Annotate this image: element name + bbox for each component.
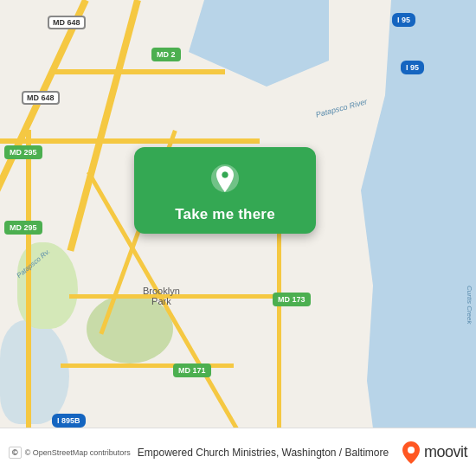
osm-copyright-badge: © — [9, 447, 22, 459]
highway-badge-md173: MD 173 — [273, 293, 311, 306]
highway-badge-i895b: I 895B — [52, 414, 86, 428]
svg-point-2 — [408, 447, 415, 453]
moovit-brand-text: moovit — [424, 443, 467, 461]
highway-badge-md295-2: MD 295 — [4, 221, 42, 235]
svg-point-1 — [222, 172, 228, 178]
moovit-logo: moovit — [402, 441, 467, 464]
road-horizontal-1 — [52, 69, 225, 74]
highway-badge-md648-mid: MD 648 — [22, 91, 60, 105]
highway-badge-md171: MD 171 — [173, 363, 211, 377]
highway-badge-md648-top: MD 648 — [48, 16, 86, 29]
moovit-pin-icon — [402, 441, 421, 464]
action-card-label: Take me there — [175, 206, 275, 223]
road-horizontal-2 — [0, 138, 260, 144]
osm-credit: © OpenStreetMap contributors — [25, 448, 131, 457]
highway-badge-i95-2: I 95 — [401, 61, 424, 74]
brooklyn-park-label: BrooklynPark — [143, 286, 180, 306]
highway-badge-md2: MD 2 — [151, 48, 181, 61]
bottom-bar: © © OpenStreetMap contributors Empowered… — [0, 428, 476, 476]
map-container: MD 648 MD 648 MD 2 I 95 I 95 MD 295 MD 2… — [0, 0, 476, 476]
highway-badge-i95-1: I 95 — [392, 13, 415, 27]
location-pin-icon — [206, 161, 244, 199]
take-me-there-card[interactable]: Take me there — [134, 147, 316, 234]
highway-badge-md295-1: MD 295 — [4, 145, 42, 159]
road-vertical-1 — [26, 130, 31, 476]
location-name: Empowered Church Ministries, Washington … — [138, 447, 402, 459]
curtis-creek-label: Curtis Creek — [466, 286, 473, 324]
